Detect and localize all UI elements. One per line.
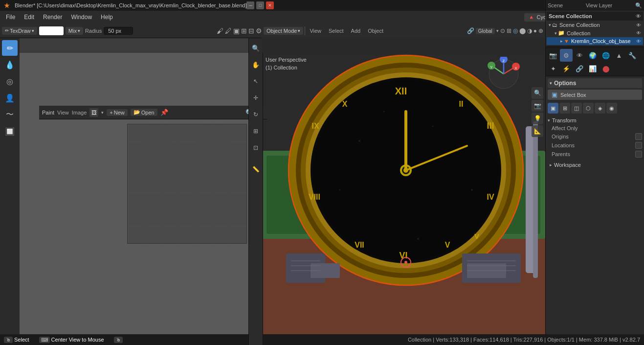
origins-checkbox[interactable] xyxy=(635,133,642,140)
menu-window[interactable]: Window xyxy=(67,13,96,22)
tool-fill[interactable]: 💧 xyxy=(2,57,18,72)
locations-checkbox[interactable] xyxy=(635,142,642,149)
prop-material-icon[interactable]: ⬤ xyxy=(600,62,612,75)
mode-icon-5[interactable]: ◈ xyxy=(595,103,605,114)
viewport-gizmo[interactable]: X Y Z xyxy=(487,57,521,91)
svg-text:VIII: VIII xyxy=(309,193,320,201)
brush-color-swatch[interactable] xyxy=(39,26,64,35)
panel-filter-icon[interactable]: 🔍 xyxy=(635,2,642,9)
prop-modifier-icon[interactable]: 🔧 xyxy=(626,49,639,62)
vp-proportional-icon[interactable]: ⊙ xyxy=(500,27,505,34)
object-mode-select[interactable]: Object Mode ▾ xyxy=(264,27,303,35)
vp-snap-icon[interactable]: 🔗 xyxy=(467,27,474,34)
tool-clone[interactable]: 👤 xyxy=(2,90,18,106)
prop-world-icon[interactable]: 🌐 xyxy=(600,49,612,62)
object-eye[interactable]: 👁 xyxy=(636,39,641,44)
prop-output-icon[interactable]: ⚙ xyxy=(560,49,573,62)
paint-icon[interactable]: 🖌 xyxy=(217,27,223,35)
viewport[interactable]: XII III VI IX II X IV VIII V VII V xyxy=(262,38,545,345)
fill-icon[interactable]: ▣ xyxy=(233,27,240,35)
uv-tool-move[interactable]: ✛ xyxy=(248,90,264,106)
close-button[interactable]: ✕ xyxy=(266,1,274,9)
workspace-section[interactable]: ▸ Workspace xyxy=(548,161,642,169)
svg-point-13 xyxy=(358,140,360,142)
uv-tool-transform[interactable]: ⊡ xyxy=(248,140,264,156)
maximize-button[interactable]: □ xyxy=(256,1,264,9)
uv-tool-hand[interactable]: ✋ xyxy=(248,57,264,72)
vp-solid-icon[interactable]: ⬤ xyxy=(519,27,526,34)
uv-image-dropdown[interactable]: ▾ xyxy=(101,110,104,115)
radius-input[interactable]: 50 px xyxy=(104,27,133,35)
object-arrow-icon: ▸ xyxy=(560,39,563,44)
uv-image-icon[interactable]: 🖼 xyxy=(89,108,98,117)
prop-physics-icon[interactable]: ⚡ xyxy=(560,62,573,75)
mode-icon-4[interactable]: ⬡ xyxy=(583,103,594,114)
mode-icon-6[interactable]: ◉ xyxy=(606,103,617,114)
workspace-arrow-icon: ▸ xyxy=(550,162,552,167)
parents-checkbox[interactable] xyxy=(635,151,642,158)
uv-canvas[interactable]: Paint View Image 🖼 ▾ +New 📂Open 📌 🔍 ✋ xyxy=(20,53,262,345)
mode-icon-2[interactable]: ⊞ xyxy=(559,103,570,114)
uv-paint-menu[interactable]: Paint xyxy=(42,110,54,115)
options-panel-header[interactable]: ▾ Options xyxy=(548,78,642,88)
menu-edit[interactable]: Edit xyxy=(20,13,38,22)
mode-icon-1[interactable]: ▣ xyxy=(548,103,558,114)
uv-mode-select[interactable]: ✏ TexDraw ▾ xyxy=(2,27,37,35)
vp-wireframe-icon[interactable]: ◎ xyxy=(513,27,518,34)
uv-image-menu[interactable]: Image xyxy=(72,110,87,115)
minimize-button[interactable]: ─ xyxy=(246,1,254,9)
outliner-collection[interactable]: ▾ 📁 Collection 👁 xyxy=(547,29,643,37)
snap-icon[interactable]: ⊞ xyxy=(241,27,247,35)
prop-constraints-icon[interactable]: 🔗 xyxy=(573,62,586,75)
menu-file[interactable]: File xyxy=(2,13,19,22)
uv-grid[interactable] xyxy=(127,124,247,244)
vp-toggle-camera[interactable]: 📷 xyxy=(532,100,543,112)
vp-material-icon[interactable]: ◑ xyxy=(527,27,532,34)
new-image-button[interactable]: +New xyxy=(107,109,127,116)
uv-tool-annotate[interactable]: 📏 xyxy=(248,161,264,177)
vp-ruler[interactable]: 📐 xyxy=(532,125,543,137)
uv-view-menu[interactable]: View xyxy=(57,110,69,115)
brush-icon[interactable]: 🖊 xyxy=(225,27,232,35)
collection-eye[interactable]: 👁 xyxy=(636,30,641,36)
uv-tool-rotate[interactable]: ↻ xyxy=(248,107,264,122)
tool-draw[interactable]: ✏ xyxy=(2,40,18,56)
prop-view-icon[interactable]: 👁 xyxy=(573,49,586,62)
open-image-button[interactable]: 📂Open xyxy=(131,109,157,116)
uv-tool-scale[interactable]: ⊞ xyxy=(248,123,264,139)
vp-add-menu[interactable]: Add xyxy=(348,27,364,35)
pin-icon[interactable]: 📌 xyxy=(160,109,168,116)
prop-object-icon[interactable]: ▲ xyxy=(613,49,625,62)
grid-icon[interactable]: ⊟ xyxy=(248,27,254,35)
vp-toggle-light[interactable]: 💡 xyxy=(532,113,543,124)
prop-scene-icon[interactable]: 🌍 xyxy=(586,49,599,62)
vp-view-menu[interactable]: View xyxy=(307,27,324,35)
vp-object-menu[interactable]: Object xyxy=(365,27,386,35)
eye-icon[interactable]: 👁 xyxy=(636,13,641,19)
tool-smear[interactable]: 〜 xyxy=(2,107,18,122)
outliner-object[interactable]: ▸ ▼ Kremlin_Clock_obj_base 👁 xyxy=(547,37,643,45)
select-box-button[interactable]: ▣ Select Box xyxy=(548,90,642,100)
scene-collection-eye[interactable]: 👁 xyxy=(636,23,641,28)
third-icon: 🖱 xyxy=(114,337,123,343)
vp-rendered-icon[interactable]: ● xyxy=(533,27,537,34)
menu-help[interactable]: Help xyxy=(97,13,117,22)
prop-particles-icon[interactable]: ✦ xyxy=(547,62,559,75)
uv-tool-cursor[interactable]: ↖ xyxy=(248,73,264,89)
tool-mask[interactable]: 🔲 xyxy=(2,123,18,139)
mode-icon-3[interactable]: ◫ xyxy=(571,103,582,114)
vp-select-menu[interactable]: Select xyxy=(326,27,347,35)
transform-header[interactable]: ▾ Transform xyxy=(548,116,642,124)
vp-xray-icon[interactable]: ⊕ xyxy=(538,27,543,34)
blend-mode-select[interactable]: Mix ▾ xyxy=(66,27,83,35)
prop-data-icon[interactable]: 📊 xyxy=(586,62,599,75)
tool-erase[interactable]: ◎ xyxy=(2,73,18,89)
vp-global-select[interactable]: Global xyxy=(476,28,495,34)
outliner-scene-collection[interactable]: ▾ 🗂 Scene Collection 👁 xyxy=(547,21,643,29)
svg-text:X: X xyxy=(342,100,348,108)
vp-zoom-fit[interactable]: 🔍 xyxy=(532,87,543,99)
viewport-top-toolbar: Object Mode ▾ View Select Add Object 🔗 G… xyxy=(262,23,545,38)
vp-overlay-icon[interactable]: ⊞ xyxy=(507,27,511,34)
prop-render-icon[interactable]: 📷 xyxy=(547,49,559,62)
menu-render[interactable]: Render xyxy=(39,13,66,22)
